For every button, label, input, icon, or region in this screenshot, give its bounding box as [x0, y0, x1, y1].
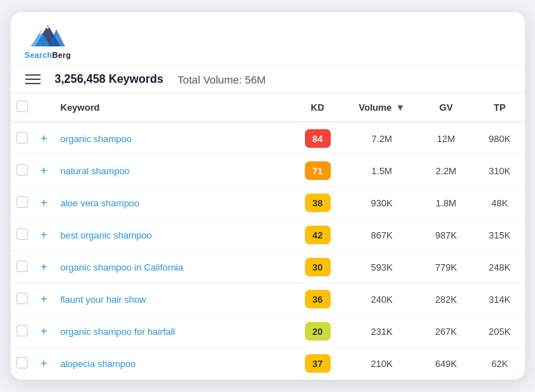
add-keyword-button-6[interactable]: + [41, 325, 47, 337]
row-volume-4: 593K [346, 251, 418, 283]
kd-badge-2: 38 [305, 194, 331, 212]
add-keyword-button-3[interactable]: + [41, 228, 47, 241]
row-tp-1: 310K [475, 155, 525, 187]
row-volume-5: 240K [346, 283, 418, 316]
header-kd: KD [289, 94, 346, 122]
volume-label: Volume [359, 102, 391, 113]
logo-text-berg: Berg [52, 51, 71, 59]
table-row: + aloe vera shampoo 38 930K 1.8M 48K [11, 187, 525, 219]
row-keyword-7: alopecia shampoo [55, 348, 289, 380]
hamburger-menu[interactable] [25, 74, 41, 84]
row-checkbox-0[interactable] [16, 132, 28, 144]
hamburger-line-1 [25, 74, 41, 76]
row-checkbox-5[interactable] [16, 293, 28, 304]
row-plus-cell: + [34, 251, 55, 283]
kd-badge-7: 37 [305, 354, 331, 373]
row-checkbox-cell [11, 316, 34, 348]
keyword-link-5[interactable]: flaunt your hair show [61, 294, 146, 305]
top-bar: 3,256,458 Keywords Total Volume: 56M [11, 66, 525, 94]
row-checkbox-cell [11, 348, 34, 380]
sort-arrow-icon: ▼ [396, 102, 405, 113]
keyword-link-1[interactable]: natural shampoo [61, 166, 130, 176]
row-checkbox-1[interactable] [16, 164, 28, 176]
keyword-link-3[interactable]: best organic shampoo [61, 230, 152, 241]
keyword-link-7[interactable]: alopecia shampoo [61, 358, 136, 369]
hamburger-line-3 [25, 83, 41, 84]
add-keyword-button-1[interactable]: + [41, 164, 47, 176]
row-gv-3: 987K [418, 219, 475, 251]
keyword-link-4[interactable]: organic shampoo in California [61, 262, 184, 273]
row-keyword-0: organic shampoo [55, 122, 289, 155]
kd-badge-0: 84 [305, 129, 331, 148]
row-plus-cell: + [34, 187, 55, 219]
row-plus-cell: + [34, 122, 55, 155]
row-keyword-1: natural shampoo [55, 155, 289, 187]
row-keyword-3: best organic shampoo [55, 219, 289, 251]
row-kd-7: 37 [289, 348, 346, 380]
logo-area: SearchBerg [25, 24, 71, 59]
row-kd-6: 20 [289, 316, 346, 348]
row-keyword-2: aloe vera shampoo [55, 187, 289, 219]
logo-text-search: Search [25, 51, 53, 59]
table-row: + alopecia shampoo 37 210K 649K 62K [11, 348, 525, 380]
row-checkbox-2[interactable] [16, 196, 28, 208]
row-volume-0: 7.2M [346, 122, 418, 155]
header-checkbox[interactable] [16, 101, 28, 112]
add-keyword-button-5[interactable]: + [41, 293, 47, 305]
add-keyword-button-0[interactable]: + [41, 132, 47, 144]
table-row: + best organic shampoo 42 867K 987K 315K [11, 219, 525, 251]
row-gv-2: 1.8M [418, 187, 475, 219]
row-plus-cell: + [34, 219, 55, 251]
row-plus-cell: + [34, 348, 55, 380]
row-kd-3: 42 [289, 219, 346, 251]
row-gv-0: 12M [418, 122, 475, 155]
row-tp-0: 980K [475, 122, 525, 155]
add-keyword-button-2[interactable]: + [41, 196, 47, 208]
main-card: SearchBerg 3,256,458 Keywords Total Volu… [11, 12, 525, 380]
row-checkbox-cell [11, 283, 34, 316]
header-keyword: Keyword [55, 94, 289, 122]
row-checkbox-4[interactable] [16, 261, 28, 272]
keywords-table-container: Keyword KD Volume ▼ GV TP + organi [11, 94, 525, 380]
keyword-link-0[interactable]: organic shampoo [61, 134, 132, 144]
header-volume[interactable]: Volume ▼ [346, 94, 418, 122]
row-checkbox-3[interactable] [16, 228, 28, 240]
row-keyword-6: organic shampoo for hairfall [55, 316, 289, 348]
keyword-link-2[interactable]: aloe vera shampoo [61, 198, 140, 208]
row-tp-5: 314K [475, 283, 525, 316]
add-keyword-button-7[interactable]: + [41, 357, 47, 369]
header-plus-col [34, 94, 55, 122]
row-plus-cell: + [34, 316, 55, 348]
row-kd-5: 36 [289, 283, 346, 316]
row-keyword-5: flaunt your hair show [55, 283, 289, 316]
kd-badge-6: 20 [305, 322, 331, 341]
table-body: + organic shampoo 84 7.2M 12M 980K + nat… [11, 122, 525, 380]
row-volume-2: 930K [346, 187, 418, 219]
kd-badge-4: 30 [305, 258, 331, 276]
total-volume: Total Volume: 56M [178, 74, 266, 86]
row-kd-0: 84 [289, 122, 346, 155]
logo-text: SearchBerg [25, 51, 71, 59]
logo-mountain-icon [29, 24, 66, 49]
row-tp-6: 205K [475, 316, 525, 348]
table-row: + organic shampoo for hairfall 20 231K 2… [11, 316, 525, 348]
row-checkbox-cell [11, 155, 34, 187]
row-volume-1: 1.5M [346, 155, 418, 187]
row-checkbox-cell [11, 187, 34, 219]
logo-header: SearchBerg [11, 12, 525, 66]
row-tp-4: 248K [475, 251, 525, 283]
row-checkbox-6[interactable] [16, 325, 28, 336]
table-row: + organic shampoo in California 30 593K … [11, 251, 525, 283]
row-tp-3: 315K [475, 219, 525, 251]
row-checkbox-cell [11, 219, 34, 251]
row-plus-cell: + [34, 155, 55, 187]
row-checkbox-7[interactable] [16, 357, 28, 368]
keyword-link-6[interactable]: organic shampoo for hairfall [61, 326, 175, 337]
header-gv: GV [418, 94, 475, 122]
add-keyword-button-4[interactable]: + [41, 261, 47, 273]
row-kd-4: 30 [289, 251, 346, 283]
header-checkbox-col [11, 94, 34, 122]
row-gv-6: 267K [418, 316, 475, 348]
keywords-table: Keyword KD Volume ▼ GV TP + organi [11, 94, 525, 380]
row-kd-2: 38 [289, 187, 346, 219]
